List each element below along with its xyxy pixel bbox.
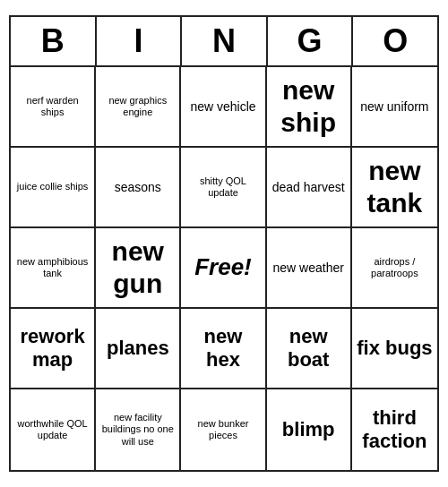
bingo-cell-18: new boat (267, 309, 352, 389)
bingo-cell-text-4: new uniform (360, 99, 428, 115)
header-letter-i: I (97, 17, 183, 65)
bingo-cell-17: new hex (181, 309, 266, 389)
bingo-cell-21: new facility buildings no one will use (96, 389, 181, 470)
bingo-cell-text-9: new tank (356, 155, 434, 219)
bingo-cell-8: dead harvest (267, 148, 352, 228)
bingo-cell-23: blimp (267, 389, 352, 470)
bingo-card: BINGO nerf warden shipsnew graphics engi… (9, 15, 439, 472)
bingo-cell-text-5: juice collie ships (17, 181, 88, 192)
bingo-cell-text-8: dead harvest (272, 180, 345, 195)
bingo-cell-text-18: new boat (271, 325, 347, 372)
bingo-cell-24: third faction (352, 389, 437, 470)
bingo-cell-text-21: new facility buildings no one will use (99, 412, 176, 448)
bingo-cell-text-19: fix bugs (357, 337, 432, 360)
bingo-cell-3: new ship (267, 67, 352, 148)
bingo-cell-text-10: new amphibious tank (14, 256, 90, 279)
bingo-cell-6: seasons (96, 148, 181, 228)
bingo-cell-text-6: seasons (115, 180, 161, 195)
bingo-cell-22: new bunker pieces (181, 389, 266, 470)
bingo-cell-13: new weather (267, 228, 352, 309)
bingo-cell-12: Free! (181, 228, 266, 309)
bingo-cell-text-1: new graphics engine (99, 95, 176, 118)
header-letter-b: B (11, 17, 97, 65)
bingo-cell-5: juice collie ships (11, 148, 96, 228)
bingo-cell-text-15: rework map (14, 325, 90, 372)
bingo-cell-19: fix bugs (352, 309, 437, 389)
bingo-cell-text-22: new bunker pieces (185, 418, 261, 441)
bingo-cell-text-11: new gun (99, 235, 176, 300)
bingo-cell-text-23: blimp (282, 418, 335, 441)
bingo-cell-10: new amphibious tank (11, 228, 96, 309)
bingo-cell-4: new uniform (352, 67, 437, 148)
bingo-cell-9: new tank (352, 148, 437, 228)
bingo-cell-0: nerf warden ships (11, 67, 96, 148)
bingo-cell-text-20: worthwhile QOL update (14, 418, 90, 441)
bingo-cell-15: rework map (11, 309, 96, 389)
bingo-cell-text-12: Free! (194, 253, 252, 281)
bingo-grid: nerf warden shipsnew graphics enginenew … (11, 67, 437, 470)
bingo-cell-text-7: shitty QOL update (185, 175, 261, 199)
bingo-cell-1: new graphics engine (96, 67, 181, 148)
bingo-cell-11: new gun (96, 228, 181, 309)
bingo-cell-text-17: new hex (185, 325, 261, 372)
bingo-cell-text-2: new vehicle (190, 99, 255, 115)
bingo-cell-7: shitty QOL update (181, 148, 266, 228)
bingo-cell-16: planes (96, 309, 181, 389)
bingo-cell-text-16: planes (107, 337, 169, 360)
bingo-cell-20: worthwhile QOL update (11, 389, 96, 470)
bingo-cell-text-14: airdrops / paratroops (356, 256, 434, 279)
bingo-cell-text-24: third faction (356, 406, 434, 454)
bingo-cell-14: airdrops / paratroops (352, 228, 437, 309)
bingo-cell-text-3: new ship (271, 74, 347, 139)
bingo-cell-2: new vehicle (181, 67, 266, 148)
bingo-cell-text-0: nerf warden ships (14, 95, 90, 118)
bingo-cell-text-13: new weather (273, 261, 344, 276)
header-letter-n: N (182, 17, 268, 65)
header-letter-o: O (353, 17, 437, 65)
bingo-header: BINGO (11, 17, 437, 67)
header-letter-g: G (268, 17, 354, 65)
